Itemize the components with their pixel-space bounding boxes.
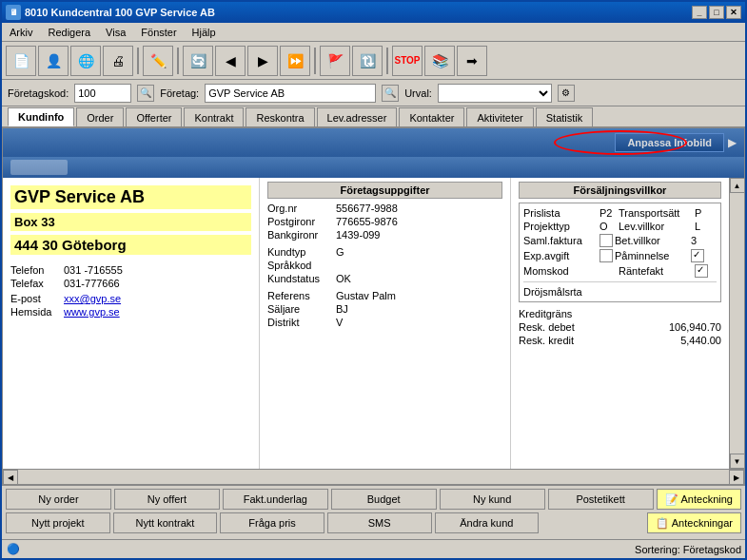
expavgift-row: Exp.avgift Påminnelse bbox=[523, 249, 717, 262]
sprakkod-label: Språkkod bbox=[267, 260, 336, 271]
horizontal-scrollbar[interactable]: ◀ ▶ bbox=[3, 469, 744, 484]
telefon-label: Telefon bbox=[10, 264, 58, 276]
urval-label: Urval: bbox=[404, 87, 432, 99]
orgnr-label: Org.nr bbox=[267, 203, 336, 214]
sms-button[interactable]: SMS bbox=[327, 512, 432, 533]
vertical-scrollbar[interactable]: ▲ ▼ bbox=[729, 178, 744, 469]
toolbar-back[interactable]: ◀ bbox=[215, 46, 246, 76]
close-button[interactable]: ✕ bbox=[726, 6, 741, 19]
tab-order[interactable]: Order bbox=[76, 107, 124, 126]
button-row-2: Nytt projekt Nytt kontrakt Fråga pris SM… bbox=[6, 512, 741, 533]
tab-offerter[interactable]: Offerter bbox=[126, 107, 182, 126]
budget-button[interactable]: Budget bbox=[331, 489, 437, 510]
kreditgrans-value bbox=[645, 308, 721, 319]
telefax-label: Telefax bbox=[10, 278, 58, 289]
urval-settings-button[interactable]: ⚙ bbox=[558, 85, 575, 102]
toolbar-sep1 bbox=[137, 48, 139, 74]
anteckning-button[interactable]: 📝 Anteckning bbox=[657, 489, 741, 510]
telefon-value: 031 -716555 bbox=[64, 264, 123, 276]
toolbar-next[interactable]: ⏩ bbox=[280, 46, 310, 76]
menu-fonster[interactable]: Fönster bbox=[137, 26, 180, 39]
projekttyp-label: Projekttyp bbox=[523, 221, 600, 232]
foretagsuppgifter-header: Företagsuppgifter bbox=[267, 182, 502, 199]
drojsmalssrta-label: Dröjsmålsrta bbox=[523, 286, 582, 298]
ny-offert-button[interactable]: Ny offert bbox=[114, 489, 220, 510]
infobild-bar: Anpassa Infobild ▶ bbox=[3, 128, 744, 157]
epost-link[interactable]: xxx@gvp.se bbox=[64, 293, 121, 304]
ny-order-button[interactable]: Ny order bbox=[6, 489, 111, 510]
hemsida-link[interactable]: www.gvp.se bbox=[64, 306, 120, 318]
anteckningar-button[interactable]: 📋 Anteckningar bbox=[647, 512, 741, 533]
scroll-up-button[interactable]: ▲ bbox=[730, 178, 745, 193]
scroll-right-button[interactable]: ▶ bbox=[729, 470, 744, 485]
toolbar-globe[interactable]: 🌐 bbox=[70, 46, 101, 76]
title-bar: 🖥 8010 Kundcentral 100 GVP Service AB _ … bbox=[2, 2, 745, 23]
levvillkor-value: L bbox=[695, 221, 700, 232]
fraga-pris-button[interactable]: Fråga pris bbox=[220, 512, 324, 533]
expavgift-checkbox bbox=[600, 249, 613, 262]
tab-levadresser[interactable]: Lev.adresser bbox=[317, 107, 398, 126]
sprakkod-row: Språkkod bbox=[267, 260, 502, 271]
window-title: 8010 Kundcentral 100 GVP Service AB bbox=[25, 7, 215, 18]
toolbar-arrow[interactable]: ➡ bbox=[457, 46, 487, 76]
menu-visa[interactable]: Visa bbox=[102, 26, 129, 39]
tab-kontrakt[interactable]: Kontrakt bbox=[184, 107, 244, 126]
tab-kontakter[interactable]: Kontakter bbox=[399, 107, 464, 126]
bankgironr-label: Bankgironr bbox=[267, 229, 336, 241]
menu-bar: Arkiv Redigera Visa Fönster Hjälp bbox=[2, 23, 745, 42]
postetikett-button[interactable]: Postetikett bbox=[548, 489, 654, 510]
tab-kundinfo[interactable]: Kundinfo bbox=[8, 107, 74, 126]
minimize-button[interactable]: _ bbox=[692, 6, 707, 19]
distrikt-value: V bbox=[336, 317, 343, 328]
toolbar-flag[interactable]: 🚩 bbox=[320, 46, 350, 76]
urval-select[interactable] bbox=[438, 84, 552, 103]
toolbar-edit[interactable]: ✏️ bbox=[143, 46, 173, 76]
kundtyp-value: G bbox=[336, 246, 344, 258]
ny-kund-button[interactable]: Ny kund bbox=[440, 489, 545, 510]
menu-arkiv[interactable]: Arkiv bbox=[6, 26, 36, 39]
nytt-projekt-button[interactable]: Nytt projekt bbox=[6, 512, 110, 533]
tab-aktiviteter[interactable]: Aktiviteter bbox=[466, 107, 533, 126]
toolbar-refresh[interactable]: 🔄 bbox=[183, 46, 213, 76]
scroll-down-button[interactable]: ▼ bbox=[730, 454, 745, 469]
projekttyp-row: Projekttyp O Lev.villkor L bbox=[523, 221, 717, 232]
menu-hjalp[interactable]: Hjälp bbox=[188, 26, 220, 39]
referens-value: Gustav Palm bbox=[336, 290, 396, 301]
menu-redigera[interactable]: Redigera bbox=[44, 26, 94, 39]
betvillkor-label: Bet.villkor bbox=[615, 235, 691, 246]
distrikt-row: Distrikt V bbox=[267, 317, 502, 328]
toolbar-sep2 bbox=[177, 48, 179, 74]
postgironr-row: Postgironr 776655-9876 bbox=[267, 216, 502, 227]
toolbar-forward[interactable]: ▶ bbox=[247, 46, 278, 76]
toolbar-sync[interactable]: 🔃 bbox=[352, 46, 383, 76]
foretagskod-search-button[interactable]: 🔍 bbox=[137, 85, 154, 102]
foretagskod-input[interactable] bbox=[74, 84, 131, 103]
andra-kund-button[interactable]: Ändra kund bbox=[435, 512, 540, 533]
toolbar-print[interactable]: 🖨 bbox=[103, 46, 133, 76]
tab-statistik[interactable]: Statistik bbox=[536, 107, 594, 126]
tab-bar: Kundinfo Order Offerter Kontrakt Reskont… bbox=[2, 106, 745, 127]
saljare-label: Säljare bbox=[267, 303, 336, 315]
samlfaktura-checkbox bbox=[600, 234, 613, 247]
resk-debet-value: 106,940.70 bbox=[645, 321, 721, 333]
telefax-value: 031-777666 bbox=[64, 278, 120, 289]
tab-reskontra[interactable]: Reskontra bbox=[246, 107, 314, 126]
toolbar-book[interactable]: 📚 bbox=[424, 46, 455, 76]
status-icon: 🔵 bbox=[6, 542, 21, 557]
telefax-row: Telefax 031-777666 bbox=[10, 278, 251, 289]
toolbar-user[interactable]: 👤 bbox=[38, 46, 69, 76]
infobild-arrow-icon: ▶ bbox=[728, 136, 737, 149]
saljare-row: Säljare BJ bbox=[267, 303, 502, 315]
foretag-input[interactable] bbox=[205, 84, 376, 103]
nytt-kontrakt-button[interactable]: Nytt kontrakt bbox=[113, 512, 218, 533]
betvillkor-value: 3 bbox=[691, 235, 697, 246]
foretag-search-button[interactable]: 🔍 bbox=[382, 85, 399, 102]
fakt-underlag-button[interactable]: Fakt.underlag bbox=[223, 489, 328, 510]
paminnelse-checkbox bbox=[691, 249, 704, 262]
toolbar-stop[interactable]: STOP bbox=[392, 46, 423, 76]
scroll-left-button[interactable]: ◀ bbox=[3, 470, 18, 485]
maximize-button[interactable]: □ bbox=[709, 6, 724, 19]
anpassa-infobild-button[interactable]: Anpassa Infobild bbox=[615, 133, 724, 152]
right-panel: Försäljningsvillkor Prislista P2 Transpo… bbox=[510, 178, 729, 469]
toolbar-new-doc[interactable]: 📄 bbox=[6, 46, 36, 76]
